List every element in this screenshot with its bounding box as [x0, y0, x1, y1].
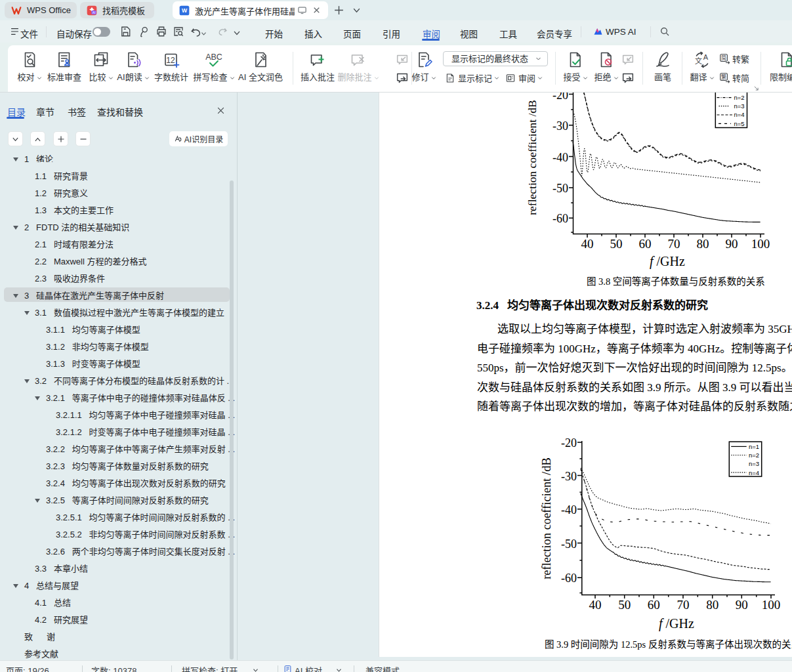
- svg-text:-30: -30: [561, 470, 577, 483]
- svg-text:n=4: n=4: [749, 469, 759, 476]
- svg-text:40: 40: [589, 598, 602, 612]
- svg-text:80: 80: [697, 237, 709, 251]
- svg-text:70: 70: [677, 598, 690, 612]
- svg-text:40: 40: [581, 237, 594, 251]
- svg-text:-30: -30: [552, 119, 568, 133]
- svg-text:-20: -20: [561, 436, 577, 450]
- svg-text:80: 80: [706, 598, 719, 612]
- svg-text:50: 50: [610, 237, 623, 251]
- svg-text:60: 60: [639, 237, 652, 251]
- svg-text:50: 50: [618, 598, 631, 612]
- svg-text:简: 简: [721, 54, 726, 61]
- svg-text:reflection coefficient /dB: reflection coefficient /dB: [540, 457, 553, 579]
- svg-text:n=5: n=5: [734, 120, 745, 127]
- svg-text:W: W: [182, 7, 188, 14]
- svg-text:-60: -60: [552, 212, 568, 225]
- svg-text:-40: -40: [561, 503, 577, 516]
- svg-text:n=2: n=2: [749, 452, 759, 459]
- svg-text:A: A: [703, 53, 709, 61]
- svg-text:文: 文: [695, 56, 702, 65]
- svg-text:AI: AI: [93, 10, 95, 14]
- svg-text:n=3: n=3: [749, 460, 759, 467]
- svg-text:-40: -40: [552, 151, 568, 164]
- svg-text:90: 90: [726, 237, 738, 251]
- svg-text:-50: -50: [552, 182, 568, 195]
- svg-text:-60: -60: [561, 572, 577, 585]
- svg-text:100: 100: [751, 237, 770, 251]
- svg-text:n=4: n=4: [734, 111, 745, 118]
- svg-text:reflection coefficient /dB: reflection coefficient /dB: [526, 100, 539, 215]
- svg-text:f /GHz: f /GHz: [659, 616, 694, 631]
- svg-text:60: 60: [648, 598, 660, 612]
- svg-text:n=3: n=3: [734, 102, 745, 110]
- svg-text:n=2: n=2: [734, 94, 745, 101]
- svg-text:f /GHz: f /GHz: [650, 254, 685, 269]
- svg-text:-20: -20: [552, 93, 568, 102]
- svg-text:90: 90: [736, 598, 748, 612]
- svg-text:n=1: n=1: [749, 443, 759, 450]
- svg-text:70: 70: [668, 237, 680, 251]
- svg-text:繁: 繁: [721, 74, 726, 80]
- svg-text:-50: -50: [561, 537, 577, 551]
- svg-text:100: 100: [762, 598, 781, 612]
